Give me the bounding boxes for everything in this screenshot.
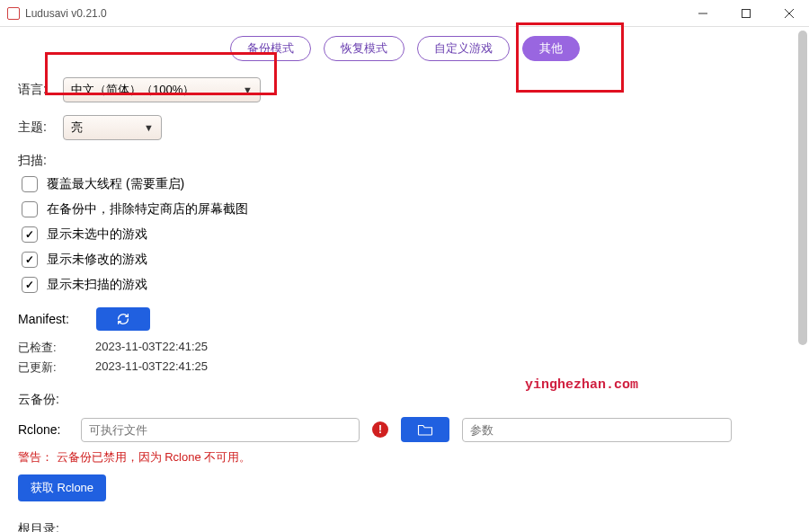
titlebar: Ludusavi v0.21.0 — [0, 0, 809, 27]
checkbox-label: 覆盖最大线程 (需要重启) — [47, 176, 184, 192]
svg-rect-1 — [742, 9, 751, 17]
checkbox-label: 在备份中，排除特定商店的屏幕截图 — [47, 201, 248, 217]
cloud-section-title: 云备份: — [18, 392, 791, 408]
scrollbar[interactable] — [798, 31, 807, 345]
manifest-updated-value: 2023-11-03T22:41:25 — [95, 359, 208, 376]
close-button[interactable] — [777, 1, 802, 26]
manifest-checked-label: 已检查: — [18, 340, 68, 356]
tab-backup[interactable]: 备份模式 — [230, 36, 311, 61]
tab-other[interactable]: 其他 — [522, 36, 580, 61]
refresh-icon — [116, 312, 130, 326]
theme-label: 主题: — [18, 120, 63, 136]
theme-select[interactable]: 亮 ▼ — [63, 115, 162, 140]
language-label: 语言: — [18, 82, 63, 98]
checkbox-show-unscanned[interactable] — [22, 277, 38, 293]
get-rclone-button[interactable]: 获取 Rclone — [18, 474, 106, 501]
tab-restore[interactable]: 恢复模式 — [324, 36, 404, 61]
minimize-button[interactable] — [690, 1, 716, 26]
checkbox-show-unselected[interactable] — [22, 226, 38, 243]
warning-icon: ! — [372, 421, 388, 438]
language-value: 中文（简体）（100%） — [71, 82, 194, 98]
refresh-manifest-button[interactable] — [96, 307, 150, 331]
checkbox-label: 显示未扫描的游戏 — [47, 277, 147, 293]
browse-rclone-button[interactable] — [401, 417, 449, 442]
mode-tabs: 备份模式 恢复模式 自定义游戏 其他 — [18, 36, 791, 61]
rclone-label: Rclone: — [18, 422, 68, 437]
theme-value: 亮 — [71, 120, 83, 136]
checkbox-label: 显示未修改的游戏 — [47, 252, 147, 268]
root-section-title: 根目录: — [18, 521, 791, 532]
chevron-down-icon: ▼ — [144, 122, 154, 133]
manifest-updated-label: 已更新: — [18, 359, 68, 376]
checkbox-show-unmodified[interactable] — [22, 252, 38, 268]
rclone-path-input[interactable] — [81, 418, 360, 442]
scan-section-title: 扫描: — [18, 153, 791, 169]
tab-custom-games[interactable]: 自定义游戏 — [417, 36, 510, 61]
app-icon — [7, 7, 20, 20]
maximize-button[interactable] — [733, 1, 759, 26]
rclone-args-input[interactable] — [462, 418, 732, 442]
manifest-label: Manifest: — [18, 312, 69, 326]
checkbox-exclude-screenshots[interactable] — [22, 201, 38, 217]
checkbox-label: 显示未选中的游戏 — [47, 226, 147, 243]
folder-icon — [417, 423, 433, 436]
window-title: Ludusavi v0.21.0 — [25, 7, 690, 20]
rclone-warning: 警告： 云备份已禁用，因为 Rclone 不可用。 — [18, 449, 791, 466]
chevron-down-icon: ▼ — [243, 84, 253, 95]
language-select[interactable]: 中文（简体）（100%） ▼ — [63, 77, 261, 102]
checkbox-override-threads[interactable] — [22, 176, 38, 192]
manifest-checked-value: 2023-11-03T22:41:25 — [95, 340, 208, 356]
watermark: yinghezhan.com — [525, 377, 638, 393]
